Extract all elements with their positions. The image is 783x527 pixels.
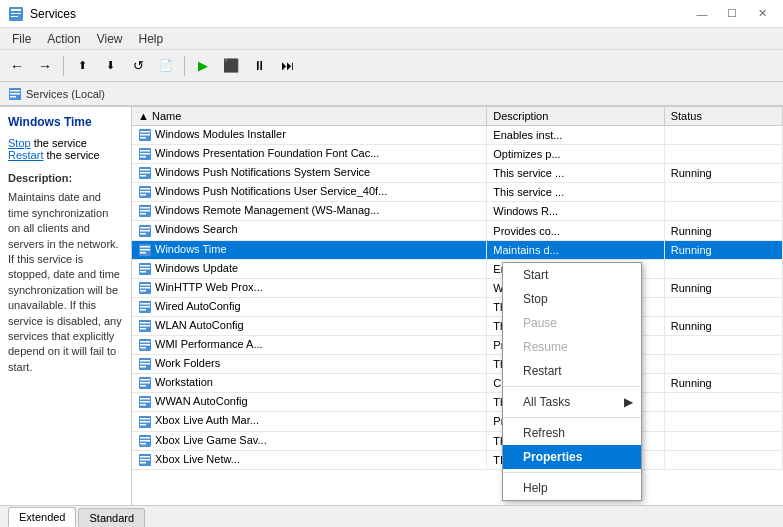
col-description[interactable]: Description xyxy=(487,107,664,126)
svg-rect-42 xyxy=(140,287,150,289)
menu-action[interactable]: Action xyxy=(39,30,88,48)
menu-help[interactable]: Help xyxy=(131,30,172,48)
menu-bar: File Action View Help xyxy=(0,28,783,50)
svg-rect-74 xyxy=(140,440,150,442)
svg-rect-71 xyxy=(140,424,146,426)
menu-file[interactable]: File xyxy=(4,30,39,48)
table-row[interactable]: WWAN AutoConfigThis service ... xyxy=(132,393,783,412)
toolbar-up[interactable]: ⬆ xyxy=(69,53,95,79)
table-row[interactable]: Xbox Live Netw...TI... xyxy=(132,450,783,469)
service-status-cell: Running xyxy=(664,316,782,335)
service-status-cell xyxy=(664,183,782,202)
context-pause[interactable]: Pause xyxy=(503,311,641,335)
service-name-cell: Windows Presentation Foundation Font Cac… xyxy=(132,145,487,164)
table-row[interactable]: WorkstationCreates and...Running xyxy=(132,374,783,393)
svg-rect-27 xyxy=(140,213,146,215)
service-status-cell xyxy=(664,412,782,431)
service-icon xyxy=(138,185,152,199)
service-icon xyxy=(138,147,152,161)
toolbar-refresh[interactable]: ↺ xyxy=(125,53,151,79)
table-row[interactable]: Windows UpdateEnables the ... xyxy=(132,259,783,278)
toolbar-sep2 xyxy=(184,56,185,76)
context-stop[interactable]: Stop xyxy=(503,287,641,311)
context-properties[interactable]: Properties xyxy=(503,445,641,469)
svg-rect-58 xyxy=(140,363,150,365)
table-row[interactable]: Wired AutoConfigThe Wired ... xyxy=(132,297,783,316)
svg-rect-22 xyxy=(140,191,150,193)
minimize-button[interactable]: — xyxy=(689,4,715,24)
tab-extended[interactable]: Extended xyxy=(8,507,76,527)
service-name-cell: WWAN AutoConfig xyxy=(132,393,487,412)
context-all-tasks[interactable]: All Tasks ▶ xyxy=(503,390,641,414)
svg-rect-65 xyxy=(140,398,150,400)
service-name-cell: Xbox Live Netw... xyxy=(132,450,487,469)
svg-rect-6 xyxy=(10,93,20,95)
table-row[interactable]: WinHTTP Web Prox...WinHTTP i...Running xyxy=(132,278,783,297)
col-status[interactable]: Status xyxy=(664,107,782,126)
service-icon xyxy=(138,434,152,448)
svg-rect-50 xyxy=(140,325,150,327)
table-row[interactable]: Windows Push Notifications System Servic… xyxy=(132,164,783,183)
table-row[interactable]: Xbox Live Auth Mar...Provides au... xyxy=(132,412,783,431)
context-help[interactable]: Help xyxy=(503,476,641,500)
toolbar-resume[interactable]: ⏭ xyxy=(274,53,300,79)
service-icon xyxy=(138,453,152,467)
service-name-cell: Windows Push Notifications System Servic… xyxy=(132,164,487,183)
context-resume[interactable]: Resume xyxy=(503,335,641,359)
context-menu: Start Stop Pause Resume Restart All Task… xyxy=(502,262,642,501)
right-panel: ▲ Name Description Status Windows Module… xyxy=(132,107,783,505)
service-status-cell xyxy=(664,145,782,164)
restart-text: the service xyxy=(43,149,99,161)
svg-rect-31 xyxy=(140,233,146,235)
menu-view[interactable]: View xyxy=(89,30,131,48)
service-status-cell: Running xyxy=(664,240,782,259)
maximize-button[interactable]: ☐ xyxy=(719,4,745,24)
svg-rect-1 xyxy=(11,9,21,11)
table-row[interactable]: Windows TimeMaintains d...Running xyxy=(132,240,783,259)
close-button[interactable]: ✕ xyxy=(749,4,775,24)
svg-rect-77 xyxy=(140,456,150,458)
service-status-cell: Running xyxy=(664,374,782,393)
service-icon xyxy=(138,243,152,257)
toolbar-forward[interactable]: → xyxy=(32,53,58,79)
table-row[interactable]: Windows Push Notifications User Service_… xyxy=(132,183,783,202)
tab-standard[interactable]: Standard xyxy=(78,508,145,527)
arrow-icon: ▶ xyxy=(624,395,633,409)
svg-rect-18 xyxy=(140,172,150,174)
table-row[interactable]: Windows Remote Management (WS-Manag...Wi… xyxy=(132,202,783,221)
table-row[interactable]: Windows Modules InstallerEnables inst... xyxy=(132,126,783,145)
context-refresh[interactable]: Refresh xyxy=(503,421,641,445)
title-bar-left: Services xyxy=(8,6,76,22)
toolbar-stop[interactable]: ⬛ xyxy=(218,53,244,79)
stop-service-link[interactable]: Stop xyxy=(8,137,31,149)
service-status-cell xyxy=(664,126,782,145)
table-row[interactable]: Windows SearchProvides co...Running xyxy=(132,221,783,240)
svg-rect-35 xyxy=(140,252,146,254)
context-restart[interactable]: Restart xyxy=(503,359,641,383)
service-icon xyxy=(138,376,152,390)
toolbar-pause[interactable]: ⏸ xyxy=(246,53,272,79)
table-row[interactable]: Xbox Live Game Sav...This service ... xyxy=(132,431,783,450)
service-icon xyxy=(138,395,152,409)
table-wrapper[interactable]: ▲ Name Description Status Windows Module… xyxy=(132,107,783,505)
svg-rect-63 xyxy=(140,385,146,387)
toolbar-back[interactable]: ← xyxy=(4,53,30,79)
table-row[interactable]: Windows Presentation Foundation Font Cac… xyxy=(132,145,783,164)
service-icon xyxy=(138,262,152,276)
table-row[interactable]: Work FoldersThis service ... xyxy=(132,355,783,374)
table-row[interactable]: WLAN AutoConfigThe WLANS...Running xyxy=(132,316,783,335)
svg-rect-21 xyxy=(140,188,150,190)
restart-service-link[interactable]: Restart xyxy=(8,149,43,161)
context-start[interactable]: Start xyxy=(503,263,641,287)
svg-rect-30 xyxy=(140,230,150,232)
toolbar-export[interactable]: 📄 xyxy=(153,53,179,79)
table-row[interactable]: WMI Performance A...Provides pe... xyxy=(132,336,783,355)
service-name-cell: Windows Push Notifications User Service_… xyxy=(132,183,487,202)
toolbar-sep1 xyxy=(63,56,64,76)
svg-rect-73 xyxy=(140,437,150,439)
col-name[interactable]: ▲ Name xyxy=(132,107,487,126)
toolbar-down[interactable]: ⬇ xyxy=(97,53,123,79)
toolbar-start[interactable]: ▶ xyxy=(190,53,216,79)
svg-rect-25 xyxy=(140,207,150,209)
svg-rect-39 xyxy=(140,271,146,273)
